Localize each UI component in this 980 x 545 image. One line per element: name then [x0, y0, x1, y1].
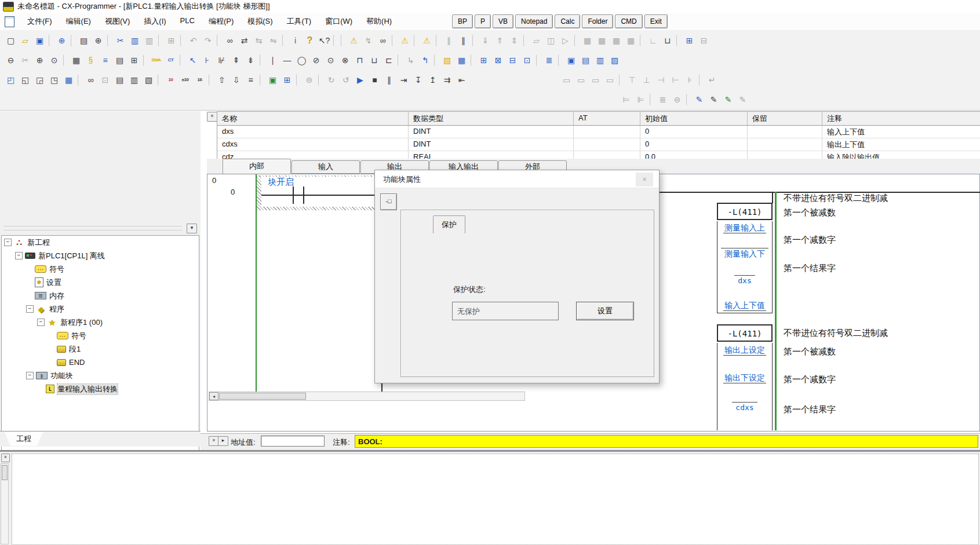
scrollbar-thumb[interactable]: [2, 465, 8, 480]
list-style-icon[interactable]: ≣: [656, 93, 669, 107]
sim-pause-icon[interactable]: ∥: [382, 74, 396, 87]
fb-inline-icon[interactable]: ▭: [560, 74, 573, 87]
new-file-icon[interactable]: ▢: [4, 34, 17, 47]
sim-online-edit-icon[interactable]: ↺: [339, 74, 352, 87]
tree-item-end[interactable]: END: [2, 356, 199, 369]
output-content[interactable]: [12, 453, 979, 545]
find-icon[interactable]: ∞: [223, 34, 236, 47]
tree-expander-icon[interactable]: [26, 266, 32, 272]
tree-item-function-blocks[interactable]: − 功能块: [2, 369, 199, 382]
var-tab-input[interactable]: 输入: [292, 160, 360, 174]
info-icon[interactable]: i: [289, 34, 302, 47]
set-coil-icon[interactable]: ⊙: [324, 54, 337, 67]
tile-horizontal-icon[interactable]: ◲: [33, 74, 46, 87]
ladder-horizontal-scrollbar[interactable]: ◂: [209, 392, 525, 401]
align-bottom-icon[interactable]: ⊥: [640, 74, 653, 87]
modem-connect-icon[interactable]: ⊔: [661, 34, 674, 47]
symbol-usage-icon[interactable]: ⊡: [99, 74, 112, 87]
tree-item-fb-range-conversion[interactable]: 量程输入输出转换: [2, 382, 199, 396]
fb-box-icon[interactable]: ▭: [574, 74, 588, 87]
comment-view-icon[interactable]: ≡: [99, 54, 112, 67]
coil-icon[interactable]: ◯: [295, 54, 308, 67]
symbols-view-icon[interactable]: §: [84, 54, 97, 67]
indent-icon[interactable]: ⊨: [620, 93, 633, 107]
undo-icon[interactable]: ↶: [187, 34, 200, 47]
sim-mode-icon[interactable]: ↻: [325, 74, 338, 87]
menu-item[interactable]: 插入(I): [137, 14, 173, 29]
contact-up-icon[interactable]: ⇞: [229, 54, 243, 67]
reset-coil-icon[interactable]: ⊗: [338, 54, 352, 67]
help-icon[interactable]: ?: [303, 34, 316, 47]
find-symbol-icon[interactable]: ∞: [84, 74, 97, 87]
quick-launch-button[interactable]: Calc: [555, 14, 580, 28]
sim-run-icon[interactable]: ▶: [354, 74, 367, 87]
fb-invoke-icon[interactable]: ⊏: [382, 54, 395, 67]
cascade-windows-icon[interactable]: ◱: [19, 74, 32, 87]
fb-io-edit-icon[interactable]: ▭: [589, 74, 602, 87]
context-help-icon[interactable]: ↖?: [318, 34, 331, 47]
differential-monitor-icon[interactable]: ≣: [542, 54, 556, 67]
output-vertical-scrollbar[interactable]: [1, 463, 9, 544]
sort-icon[interactable]: ⊜: [671, 93, 684, 107]
work-online-simulator-icon[interactable]: ⚠: [420, 34, 433, 47]
compile-plc-icon[interactable]: ↯: [362, 34, 375, 47]
fb-operand[interactable]: 测量输入上: [723, 223, 766, 233]
set-protection-button[interactable]: 设置: [576, 302, 634, 320]
arrange-icons-icon[interactable]: ▦: [62, 74, 75, 87]
menu-item[interactable]: PLC: [173, 14, 202, 29]
monitor-view-icon[interactable]: ⊞: [127, 54, 141, 67]
step-out-icon[interactable]: ↥: [426, 74, 439, 87]
tree-item-program1[interactable]: − 新程序1 (00): [2, 316, 199, 329]
print-icon[interactable]: ▤: [77, 34, 90, 47]
zoom-in-icon[interactable]: ⊕: [33, 54, 46, 67]
menu-item[interactable]: 帮助(H): [359, 14, 399, 29]
quick-launch-button[interactable]: Folder: [582, 14, 613, 28]
fb-operand[interactable]: 输入上下值: [723, 301, 766, 311]
program-mode-icon[interactable]: ▱: [530, 34, 543, 47]
address-input[interactable]: [261, 436, 325, 447]
tree-expander-icon[interactable]: [48, 332, 54, 339]
contact-down-icon[interactable]: ⇟: [244, 54, 257, 67]
tree-item-programs[interactable]: − 程序: [2, 302, 199, 316]
compare-program-icon[interactable]: ⇕: [508, 34, 521, 47]
address-reference2-icon[interactable]: ⊟: [697, 34, 711, 47]
quick-launch-button[interactable]: BP: [452, 14, 473, 28]
run-mode-icon[interactable]: ▷: [559, 34, 572, 47]
grid-toggle-icon[interactable]: ▦: [70, 54, 83, 67]
tree-item-section1[interactable]: 段1: [2, 342, 199, 356]
panel-gripper[interactable]: [3, 226, 182, 231]
fb-library-icon[interactable]: ▧: [440, 54, 454, 67]
var-tab-internal[interactable]: 内部: [223, 159, 291, 174]
compare-programs-icon[interactable]: ⊜: [303, 74, 316, 87]
tree-item-memory[interactable]: 内存: [2, 289, 199, 302]
redo-icon[interactable]: ↷: [201, 34, 214, 47]
project-tab[interactable]: 工程: [5, 432, 43, 446]
panel-dropdown-button[interactable]: ▾: [187, 224, 197, 233]
menu-item[interactable]: 窗口(W): [318, 14, 359, 29]
quick-launch-button[interactable]: P: [475, 14, 491, 28]
address-monitor-icon[interactable]: ▥: [593, 54, 607, 67]
output-close-icon[interactable]: ×: [1, 453, 10, 462]
dialog-tab-protection[interactable]: 保护: [433, 215, 465, 233]
fb-calendar-icon[interactable]: ▦: [455, 54, 468, 67]
menu-item[interactable]: 文件(F): [20, 14, 59, 29]
menu-item[interactable]: 编程(P): [202, 14, 241, 29]
quick-launch-button[interactable]: Notepad: [515, 14, 553, 28]
tree-item-plc[interactable]: − 新PLC1[CP1L] 离线: [2, 249, 199, 262]
find-in-doc-icon[interactable]: ⊕: [55, 34, 68, 47]
coil-closed-icon[interactable]: ⊘: [309, 54, 323, 67]
decimal-display-icon[interactable]: 10: [164, 74, 177, 87]
distribute-icon[interactable]: ⊧: [683, 74, 697, 87]
tree-item-symbols[interactable]: 符号: [2, 262, 199, 276]
contact-bar-right[interactable]: [303, 186, 304, 204]
fb-operand[interactable]: dxs: [734, 275, 755, 285]
io-comment-icon[interactable]: ▥: [127, 74, 141, 87]
fb-operand[interactable]: 测量输入下: [721, 248, 768, 258]
quick-launch-button[interactable]: Exit: [644, 14, 668, 28]
select-mode-icon[interactable]: ↖: [186, 54, 199, 67]
fb-instruction-2[interactable]: -L(411): [717, 324, 773, 342]
menu-item[interactable]: 视图(V): [98, 14, 137, 29]
tree-expander-icon[interactable]: [48, 346, 54, 352]
copy-icon[interactable]: ▥: [128, 34, 141, 47]
pin-icon[interactable]: -□: [380, 193, 397, 210]
